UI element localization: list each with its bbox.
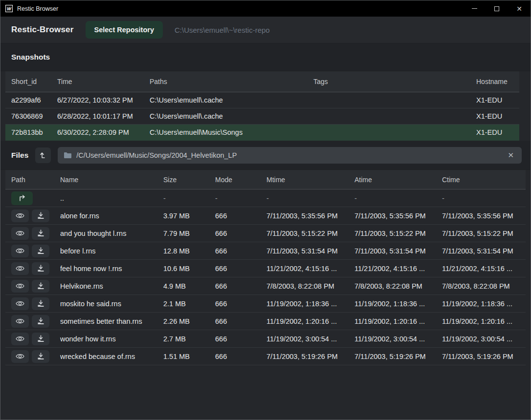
snapshot-row[interactable]: 72b813bb 6/30/2022, 2:28:09 PM C:\Users\…: [5, 125, 519, 141]
file-row: Helvikone.rns 4.9 MB 666 7/8/2003, 8:22:…: [5, 277, 526, 295]
snapshot-row[interactable]: 76306869 6/28/2022, 10:01:17 PM C:\Users…: [5, 108, 519, 125]
preview-file-button[interactable]: [11, 297, 29, 310]
column-header-paths: Paths: [150, 78, 313, 85]
file-mtime: 11/19/2002, 1:18:36 ...: [266, 300, 354, 308]
download-icon: [37, 317, 44, 325]
file-mode: 666: [215, 282, 266, 290]
file-atime: 11/19/2002, 1:20:16 ...: [354, 317, 442, 325]
preview-file-button[interactable]: [11, 262, 29, 275]
file-mode: 666: [215, 353, 266, 360]
download-icon: [37, 353, 44, 360]
file-mtime: -: [266, 194, 354, 202]
go-up-button[interactable]: [35, 147, 51, 163]
snapshot-time: 6/30/2022, 2:28:09 PM: [57, 128, 150, 136]
file-row: moskito he said.rns 2.1 MB 666 11/19/200…: [5, 295, 526, 313]
download-icon: [37, 212, 44, 219]
column-header-atime: Atime: [354, 176, 442, 184]
file-row: sometimes better than.rns 2.26 MB 666 11…: [5, 313, 526, 330]
file-name: sometimes better than.rns: [60, 317, 163, 325]
download-icon: [37, 335, 44, 342]
column-header-tags: Tags: [313, 78, 476, 85]
file-ctime: -: [442, 194, 526, 202]
column-header-time: Time: [57, 78, 150, 85]
download-icon: [37, 282, 44, 290]
file-mtime: 7/11/2003, 5:35:56 PM: [266, 212, 354, 220]
file-name: alone for.rns: [60, 212, 163, 220]
maximize-button[interactable]: [486, 0, 508, 17]
download-file-button[interactable]: [32, 262, 49, 275]
download-file-button[interactable]: [32, 227, 49, 240]
eye-icon: [16, 212, 24, 219]
file-size: 7.79 MB: [163, 230, 215, 237]
snapshot-paths: C:\Users\emuell\.cache: [150, 96, 313, 104]
titlebar-left: W Restic Browser: [0, 5, 463, 12]
download-file-button[interactable]: [32, 315, 49, 328]
snapshot-short-id: 72b813bb: [11, 128, 57, 136]
select-repository-button[interactable]: Select Repository: [86, 21, 163, 39]
file-ctime: 11/19/2002, 3:00:54 ...: [442, 335, 526, 343]
preview-file-button[interactable]: [11, 333, 29, 345]
preview-file-button[interactable]: [11, 315, 29, 328]
file-ctime: 11/19/2002, 1:18:36 ...: [442, 300, 526, 308]
preview-file-button[interactable]: [11, 227, 29, 240]
snapshot-hostname: X1-EDU: [476, 128, 519, 136]
maximize-icon: [494, 6, 499, 11]
download-file-button[interactable]: [32, 333, 49, 345]
file-name: before l.rns: [60, 247, 163, 255]
path-input[interactable]: [76, 151, 501, 159]
snapshot-hostname: X1-EDU: [476, 96, 519, 104]
snapshots-table-header: Short_id Time Paths Tags Hostname: [5, 71, 519, 92]
window-title: Restic Browser: [17, 5, 58, 12]
folder-icon: [64, 152, 72, 159]
minimize-button[interactable]: [463, 0, 486, 17]
download-icon: [37, 247, 44, 254]
parent-arrow-icon: [18, 195, 26, 201]
file-row: alone for.rns 3.97 MB 666 7/11/2003, 5:3…: [5, 207, 526, 225]
file-mode: 666: [215, 265, 266, 273]
file-mode: 666: [215, 335, 266, 343]
file-size: 2.7 MB: [163, 335, 215, 343]
download-file-button[interactable]: [32, 210, 49, 222]
clear-path-button[interactable]: ✕: [506, 150, 516, 160]
file-atime: 11/21/2002, 4:15:16 ...: [354, 265, 442, 273]
download-icon: [37, 230, 44, 237]
file-name: and you thought l.rns: [60, 230, 163, 237]
parent-directory-row[interactable]: .. - - - - -: [5, 189, 526, 207]
titlebar: W Restic Browser ✕: [0, 0, 531, 17]
snapshots-table: a2299af6 6/27/2022, 10:03:32 PM C:\Users…: [5, 92, 519, 141]
download-file-button[interactable]: [32, 280, 49, 293]
file-size: 4.9 MB: [163, 282, 215, 290]
file-atime: 7/11/2003, 5:31:54 PM: [354, 247, 442, 255]
file-size: 12.8 MB: [163, 247, 215, 255]
file-mode: 666: [215, 300, 266, 308]
download-file-button[interactable]: [32, 245, 49, 257]
eye-icon: [16, 353, 24, 359]
preview-file-button[interactable]: [11, 210, 29, 222]
preview-file-button[interactable]: [11, 280, 29, 293]
close-button[interactable]: ✕: [508, 0, 531, 17]
file-name: ..: [60, 194, 163, 202]
column-header-mode: Mode: [215, 176, 266, 184]
snapshot-paths: C:\Users\emuell\Music\Songs: [150, 128, 313, 136]
file-mtime: 11/19/2002, 1:20:16 ...: [266, 317, 354, 325]
download-file-button[interactable]: [32, 350, 49, 363]
go-parent-button[interactable]: [11, 191, 33, 205]
preview-file-button[interactable]: [11, 245, 29, 257]
file-mtime: 7/8/2003, 8:22:08 PM: [266, 282, 354, 290]
repository-path[interactable]: C:\Users\emuell\~\restic-repo: [175, 26, 270, 34]
file-mtime: 7/11/2003, 5:19:26 PM: [266, 353, 354, 360]
snapshot-paths: C:\Users\emuell\.cache: [150, 112, 313, 120]
file-size: 10.6 MB: [163, 265, 215, 273]
preview-file-button[interactable]: [11, 350, 29, 363]
eye-icon: [16, 248, 24, 254]
snapshot-row[interactable]: a2299af6 6/27/2022, 10:03:32 PM C:\Users…: [5, 92, 519, 108]
file-atime: 7/11/2003, 5:15:22 PM: [354, 230, 442, 237]
file-row: and you thought l.rns 7.79 MB 666 7/11/2…: [5, 225, 526, 242]
column-header-short-id: Short_id: [11, 78, 57, 85]
file-size: 2.26 MB: [163, 317, 215, 325]
file-ctime: 7/8/2003, 8:22:08 PM: [442, 282, 526, 290]
file-mtime: 11/21/2002, 4:15:16 ...: [266, 265, 354, 273]
download-file-button[interactable]: [32, 297, 49, 310]
file-atime: 7/11/2003, 5:35:56 PM: [354, 212, 442, 220]
file-atime: -: [354, 194, 442, 202]
